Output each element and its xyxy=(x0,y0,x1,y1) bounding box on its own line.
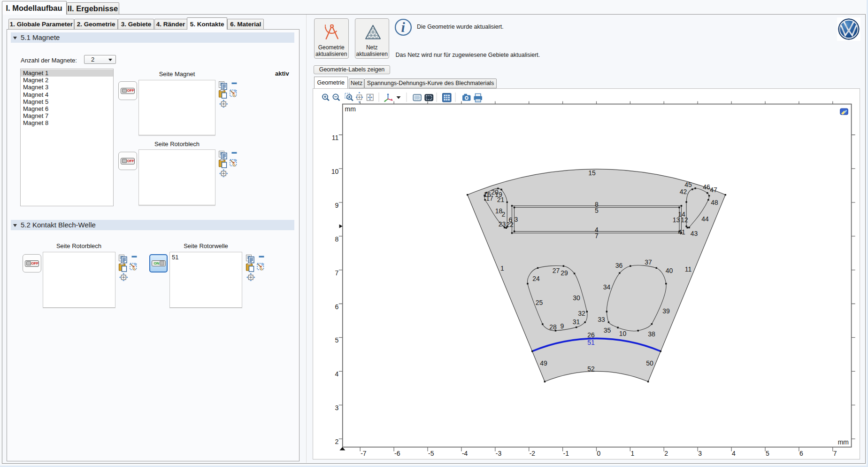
svg-text:39: 39 xyxy=(662,307,670,315)
svg-text:11: 11 xyxy=(332,134,339,141)
svg-text:11: 11 xyxy=(685,265,692,273)
svg-text:17: 17 xyxy=(486,195,493,202)
svg-text:7: 7 xyxy=(335,269,339,277)
svg-text:4: 4 xyxy=(732,450,736,457)
svg-text:50: 50 xyxy=(646,359,653,367)
svg-text:-2: -2 xyxy=(530,450,536,457)
svg-text:7: 7 xyxy=(833,450,837,457)
svg-text:2: 2 xyxy=(335,438,339,445)
svg-text:2: 2 xyxy=(664,450,668,457)
svg-text:37: 37 xyxy=(645,258,652,266)
svg-text:-6: -6 xyxy=(394,450,400,457)
svg-text:42: 42 xyxy=(680,188,687,195)
svg-text:6: 6 xyxy=(799,450,803,457)
svg-text:-5: -5 xyxy=(428,450,434,457)
svg-text:10: 10 xyxy=(331,168,339,175)
svg-text:36: 36 xyxy=(615,262,623,269)
svg-text:0: 0 xyxy=(597,450,601,457)
svg-text:49: 49 xyxy=(540,359,547,367)
svg-text:-7: -7 xyxy=(361,450,367,457)
svg-text:7: 7 xyxy=(595,232,599,240)
svg-text:45: 45 xyxy=(684,181,692,188)
svg-text:8: 8 xyxy=(335,235,339,243)
svg-text:1: 1 xyxy=(500,265,504,272)
svg-text:6: 6 xyxy=(335,303,339,311)
svg-text:3: 3 xyxy=(515,216,518,223)
svg-text:25: 25 xyxy=(536,299,543,306)
svg-text:-3: -3 xyxy=(496,450,502,457)
svg-text:30: 30 xyxy=(573,294,580,302)
svg-text:33: 33 xyxy=(598,316,605,323)
svg-text:41: 41 xyxy=(678,228,685,236)
svg-text:48: 48 xyxy=(711,199,718,206)
svg-text:i: i xyxy=(401,19,405,35)
svg-text:51: 51 xyxy=(587,339,595,346)
svg-text:9: 9 xyxy=(561,322,564,330)
svg-text:32: 32 xyxy=(578,310,585,317)
svg-text:28: 28 xyxy=(549,323,557,331)
svg-text:-1: -1 xyxy=(563,450,569,457)
svg-text:10: 10 xyxy=(619,330,627,337)
svg-text:mm: mm xyxy=(838,438,849,446)
svg-text:15: 15 xyxy=(588,169,596,177)
svg-text:43: 43 xyxy=(691,230,698,237)
svg-text:40: 40 xyxy=(666,267,673,274)
svg-text:13: 13 xyxy=(673,216,680,224)
svg-text:1: 1 xyxy=(630,450,634,457)
svg-text:5: 5 xyxy=(335,336,339,344)
svg-text:46: 46 xyxy=(703,183,710,191)
svg-text:23: 23 xyxy=(499,220,506,228)
svg-text:34: 34 xyxy=(603,283,611,291)
svg-text:mm: mm xyxy=(345,105,356,113)
svg-text:21: 21 xyxy=(497,196,505,203)
svg-text:9: 9 xyxy=(335,202,339,209)
svg-text:38: 38 xyxy=(648,330,655,338)
svg-text:24: 24 xyxy=(532,275,540,282)
svg-text:52: 52 xyxy=(587,365,595,373)
svg-text:5: 5 xyxy=(595,207,599,214)
svg-text:2: 2 xyxy=(502,210,506,218)
svg-text:27: 27 xyxy=(553,267,560,274)
svg-text:47: 47 xyxy=(710,186,717,194)
svg-text:3: 3 xyxy=(335,404,339,412)
svg-text:35: 35 xyxy=(604,327,611,334)
svg-text:5: 5 xyxy=(766,450,769,457)
svg-text:12: 12 xyxy=(681,216,688,224)
svg-text:29: 29 xyxy=(561,269,568,277)
svg-text:6: 6 xyxy=(509,216,513,224)
svg-text:4: 4 xyxy=(335,370,339,378)
svg-text:44: 44 xyxy=(701,215,709,223)
svg-text:31: 31 xyxy=(573,318,580,326)
svg-text:3: 3 xyxy=(698,450,702,457)
svg-text:-4: -4 xyxy=(462,450,468,457)
svg-text:26: 26 xyxy=(587,331,595,339)
